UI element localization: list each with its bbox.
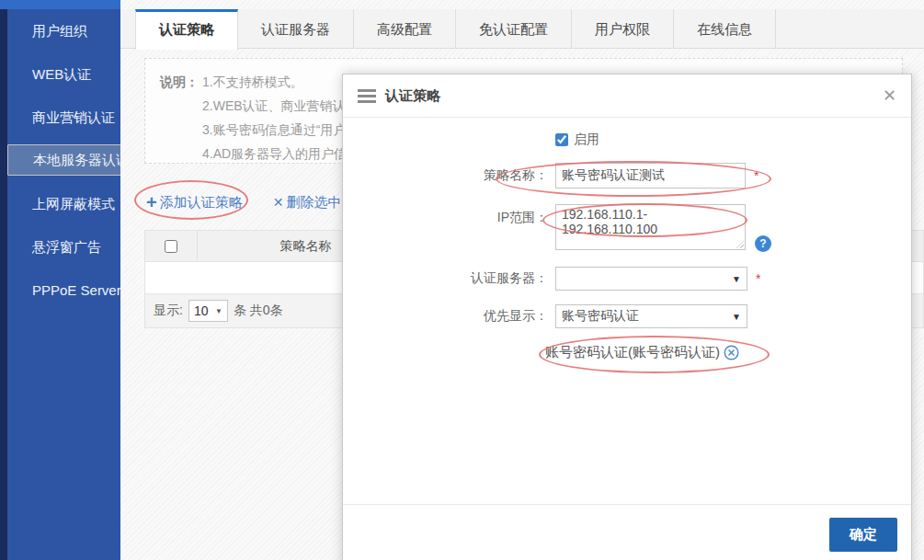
tab-no-auth-config[interactable]: 免认证配置 [456, 9, 572, 49]
required-marker: * [756, 271, 760, 286]
delete-icon: ✕ [273, 196, 284, 209]
tab-auth-policy[interactable]: 认证策略 [135, 9, 238, 50]
sidebar-top-strip [0, 0, 120, 9]
remove-tag-icon[interactable] [724, 345, 739, 360]
page-size-value: 10 [194, 303, 209, 318]
delete-selected-button[interactable]: ✕ 删除选中 [273, 194, 342, 211]
sidebar-edge-strip [0, 9, 7, 560]
sidebar-item-pppoe-server[interactable]: PPPoE Server [0, 269, 120, 312]
required-marker: * [754, 168, 759, 183]
menu-icon[interactable] [358, 86, 376, 106]
auth-server-select[interactable]: ▼ [555, 267, 747, 291]
auth-server-row: 认证服务器： ▼ * [343, 267, 911, 291]
pagination-show-label: 显示: [154, 303, 183, 319]
policy-name-row: 策略名称： * [343, 163, 911, 189]
priority-display-value: 账号密码认证 [562, 308, 639, 325]
sidebar-item-user-org[interactable]: 用户组织 [0, 9, 120, 52]
policy-name-label: 策略名称： [343, 167, 548, 184]
sidebar-item-web-auth[interactable]: WEB认证 [0, 52, 120, 96]
ip-range-row: IP范围： 192.168.110.1-192.168.110.100 ? [343, 204, 911, 255]
selected-auth-tag-row: 账号密码认证(账号密码认证) [343, 344, 911, 361]
page-size-select[interactable]: 10 ▼ [188, 300, 228, 322]
notice-label: 说明： [160, 70, 202, 166]
sidebar-nav: 用户组织 WEB认证 商业营销认证 本地服务器认证 上网屏蔽模式 悬浮窗广告 P… [0, 9, 120, 312]
enable-row: 启用 [343, 131, 911, 148]
dialog-title: 认证策略 [385, 87, 440, 105]
ip-range-textarea[interactable]: 192.168.110.1-192.168.110.100 [555, 204, 746, 250]
plus-icon: + [146, 193, 157, 211]
tab-auth-server[interactable]: 认证服务器 [238, 9, 354, 49]
tab-bar: 认证策略 认证服务器 高级配置 免认证配置 用户权限 在线信息 [120, 9, 924, 49]
help-icon[interactable]: ? [755, 235, 771, 252]
enable-checkbox[interactable] [555, 133, 568, 146]
dropdown-arrow-icon: ▼ [732, 274, 741, 284]
add-policy-button[interactable]: + 添加认证策略 [146, 193, 243, 211]
pagination-unit-label: 条 [234, 303, 246, 319]
sidebar-item-marketing-auth[interactable]: 商业营销认证 [0, 96, 120, 139]
confirm-button[interactable]: 确定 [829, 518, 897, 552]
tab-user-permission[interactable]: 用户权限 [572, 9, 674, 49]
dropdown-arrow-icon: ▼ [215, 307, 222, 315]
dialog-header: 认证策略 ✕ [343, 74, 911, 118]
sidebar: 用户组织 WEB认证 商业营销认证 本地服务器认证 上网屏蔽模式 悬浮窗广告 P… [0, 0, 120, 560]
dropdown-arrow-icon: ▼ [732, 312, 741, 322]
priority-display-row: 优先显示： 账号密码认证 ▼ [343, 304, 911, 328]
selected-auth-tag: 账号密码认证(账号密码认证) [545, 344, 720, 361]
auth-server-label: 认证服务器： [343, 270, 548, 287]
auth-policy-dialog: 认证策略 ✕ 启用 策略名称： * IP范围： 192.168.110.1-19… [342, 74, 912, 560]
select-all-checkbox[interactable] [165, 240, 177, 253]
add-policy-label: 添加认证策略 [160, 194, 243, 211]
enable-label: 启用 [574, 131, 599, 148]
ip-range-label: IP范围： [343, 204, 548, 226]
close-icon[interactable]: ✕ [883, 87, 896, 104]
policy-name-input[interactable] [555, 163, 746, 189]
dialog-footer: 确定 [343, 504, 911, 560]
sidebar-item-block-mode[interactable]: 上网屏蔽模式 [0, 182, 120, 225]
priority-display-label: 优先显示： [343, 308, 548, 325]
priority-display-select[interactable]: 账号密码认证 ▼ [555, 304, 747, 328]
toolbar: + 添加认证策略 ✕ 删除选中 [146, 189, 341, 216]
tab-advanced-config[interactable]: 高级配置 [354, 9, 456, 49]
tab-online-info[interactable]: 在线信息 [674, 9, 776, 49]
delete-selected-label: 删除选中 [286, 194, 341, 211]
sidebar-item-float-ad[interactable]: 悬浮窗广告 [0, 225, 120, 269]
pagination-total-label: 共0条 [250, 303, 283, 319]
